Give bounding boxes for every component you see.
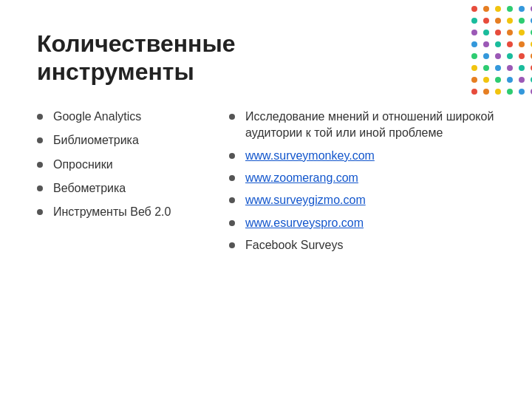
dot (483, 65, 489, 71)
list-item: www.surveymonkey.com (229, 148, 495, 164)
dot (483, 6, 489, 12)
list-item: Исследование мнений и отношений широкой … (229, 109, 495, 142)
dot (483, 89, 489, 95)
dot (471, 6, 477, 12)
dot (495, 18, 501, 24)
dot (483, 41, 489, 47)
list-item: www.zoomerang.com (229, 170, 495, 186)
dot (483, 30, 489, 35)
dot (495, 65, 501, 71)
list-item: Facebook Surveys (229, 237, 495, 253)
dot (507, 30, 513, 35)
dot (495, 53, 501, 59)
list-item: www.surveygizmo.com (229, 192, 495, 208)
dot (519, 41, 525, 47)
dot (519, 18, 525, 24)
left-column: Google Analytics Библиометрика Опросники… (37, 109, 214, 228)
left-list: Google Analytics Библиометрика Опросники… (37, 109, 214, 221)
survey-monkey-link[interactable]: www.surveymonkey.com (245, 149, 375, 162)
list-item: Инструменты Веб 2.0 (37, 204, 214, 220)
right-column: Исследование мнений и отношений широкой … (229, 109, 495, 260)
dot (507, 89, 513, 95)
list-item: Google Analytics (37, 109, 214, 125)
dot (483, 77, 489, 83)
zoomerang-link[interactable]: www.zoomerang.com (245, 171, 358, 184)
list-item: Вебометрика (37, 180, 214, 197)
dot (471, 65, 477, 71)
decorative-dots (466, 0, 532, 96)
dot (519, 89, 525, 95)
surveygizmo-link[interactable]: www.surveygizmo.com (245, 194, 366, 206)
dot (507, 53, 513, 59)
dot (495, 89, 501, 95)
dots-grid (466, 0, 532, 103)
dot (471, 89, 477, 95)
dot (507, 41, 513, 47)
dot (495, 77, 501, 83)
list-item: www.esurveyspro.com (229, 215, 495, 231)
dot (471, 77, 477, 83)
dot (507, 65, 513, 71)
content-area: Google Analytics Библиометрика Опросники… (37, 109, 495, 260)
dot (471, 30, 477, 35)
dot (471, 41, 477, 47)
dot (495, 30, 501, 35)
dot (519, 77, 525, 83)
dot (519, 53, 525, 59)
right-list: Исследование мнений и отношений широкой … (229, 109, 495, 254)
dot (519, 65, 525, 71)
dot (507, 77, 513, 83)
dot (483, 18, 489, 24)
page-title: Количественные инструменты (37, 30, 288, 86)
dot (507, 18, 513, 24)
slide: Количественные инструменты Google Analyt… (0, 0, 532, 399)
dot (471, 53, 477, 59)
dot (519, 6, 525, 12)
dot (483, 53, 489, 59)
esurveyspro-link[interactable]: www.esurveyspro.com (245, 216, 364, 229)
list-item: Библиометрика (37, 132, 214, 149)
dot (519, 30, 525, 35)
dot (507, 6, 513, 12)
dot (471, 18, 477, 24)
dot (495, 6, 501, 12)
dot (495, 41, 501, 47)
list-item: Опросники (37, 157, 214, 173)
